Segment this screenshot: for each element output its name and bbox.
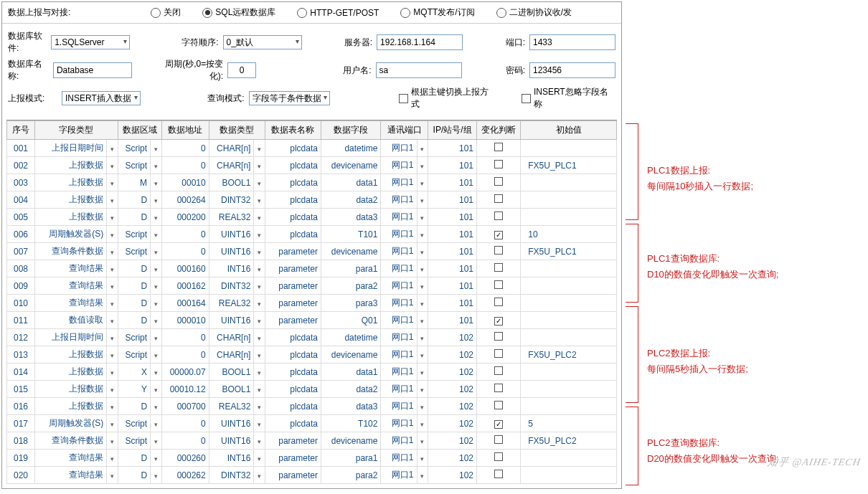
dropdown-icon[interactable]: ▾ [107, 260, 118, 277]
cell-table[interactable]: parameter [265, 484, 321, 485]
cell-port[interactable]: 网口1 [381, 346, 417, 364]
dropdown-icon[interactable]: ▾ [151, 484, 162, 485]
cell-table[interactable]: plcdata [265, 209, 321, 226]
cell-field[interactable]: data2 [321, 191, 381, 209]
cell-port[interactable]: 网口1 [381, 191, 417, 209]
cell-table[interactable]: parameter [265, 277, 321, 295]
cell-dtype[interactable]: DINT32 [209, 467, 254, 484]
dropdown-icon[interactable]: ▾ [107, 312, 118, 329]
cell-ip[interactable]: 101 [428, 243, 477, 260]
dropdown-icon[interactable]: ▾ [151, 157, 162, 174]
dropdown-icon[interactable]: ▾ [254, 157, 265, 174]
cell-port[interactable]: 网口1 [381, 312, 417, 329]
cell-chg[interactable] [477, 140, 521, 157]
cell-ftype[interactable]: 查询条件数据 [34, 432, 106, 450]
cell-area[interactable]: D [118, 191, 150, 209]
dropdown-icon[interactable]: ▾ [417, 467, 428, 484]
cell-addr[interactable]: 000700 [161, 398, 209, 415]
chk-pk-switch[interactable]: 根据主键切换上报方式 [399, 86, 496, 110]
cell-port[interactable]: 网口1 [381, 295, 417, 312]
cell-area[interactable]: D [118, 277, 150, 295]
cell-area[interactable]: Script [118, 157, 150, 174]
cell-field[interactable]: devicename [321, 243, 381, 260]
server-input[interactable] [377, 34, 463, 50]
dropdown-icon[interactable]: ▾ [417, 260, 428, 277]
cell-chg[interactable] [477, 209, 521, 226]
cell-ftype[interactable]: 上报数据 [34, 174, 106, 191]
cell-port[interactable]: 网口1 [381, 398, 417, 415]
dropdown-icon[interactable]: ▾ [417, 243, 428, 260]
dropdown-icon[interactable]: ▾ [107, 157, 118, 174]
dropdown-icon[interactable]: ▾ [151, 277, 162, 295]
cell-addr[interactable]: 0 [161, 432, 209, 450]
cell-init[interactable] [521, 364, 617, 381]
cell-dtype[interactable]: REAL32 [209, 295, 254, 312]
cell-port[interactable]: 网口1 [381, 364, 417, 381]
cell-ftype[interactable]: 上报数据 [34, 191, 106, 209]
dropdown-icon[interactable]: ▾ [151, 415, 162, 432]
cell-addr[interactable]: 00010.12 [161, 381, 209, 398]
char-order-select[interactable] [223, 35, 302, 49]
cell-chg[interactable] [477, 484, 521, 485]
user-input[interactable] [376, 62, 462, 78]
dropdown-icon[interactable]: ▾ [151, 191, 162, 209]
dropdown-icon[interactable]: ▾ [107, 226, 118, 243]
dropdown-icon[interactable]: ▾ [151, 467, 162, 484]
cell-ip[interactable]: 101 [428, 209, 477, 226]
cell-dtype[interactable]: CHAR[n] [209, 346, 254, 364]
cell-table[interactable]: parameter [265, 295, 321, 312]
cell-addr[interactable]: 00010 [161, 174, 209, 191]
cell-field[interactable]: devicename [321, 157, 381, 174]
dropdown-icon[interactable]: ▾ [151, 140, 162, 157]
cell-table[interactable]: parameter [265, 260, 321, 277]
cell-ip[interactable]: 102 [428, 329, 477, 346]
cell-area[interactable]: D [118, 467, 150, 484]
cell-ip[interactable]: 101 [428, 191, 477, 209]
cell-addr[interactable]: 00000.07 [161, 364, 209, 381]
cell-dtype[interactable]: BOOL1 [209, 364, 254, 381]
cell-port[interactable]: 网口1 [381, 484, 417, 485]
cell-port[interactable]: 网口1 [381, 157, 417, 174]
cell-addr[interactable]: 0 [161, 140, 209, 157]
dropdown-icon[interactable]: ▾ [254, 346, 265, 364]
cell-port[interactable]: 网口1 [381, 260, 417, 277]
cell-ip[interactable]: 102 [428, 346, 477, 364]
cell-init[interactable] [521, 312, 617, 329]
cell-ip[interactable]: 101 [428, 157, 477, 174]
dropdown-icon[interactable]: ▾ [107, 140, 118, 157]
cell-dtype[interactable]: UINT16 [209, 312, 254, 329]
table-row[interactable]: 004上报数据▾D▾000264DINT32▾plcdatadata2网口1▾1… [7, 191, 617, 209]
cell-init[interactable] [521, 174, 617, 191]
cell-chg[interactable] [477, 174, 521, 191]
cell-port[interactable]: 网口1 [381, 415, 417, 432]
cell-ftype[interactable]: 上报日期时间 [34, 140, 106, 157]
chk-insert-ignore[interactable]: INSERT忽略字段名称 [522, 86, 615, 110]
dropdown-icon[interactable]: ▾ [151, 209, 162, 226]
dropdown-icon[interactable]: ▾ [254, 398, 265, 415]
cell-field[interactable]: data1 [321, 364, 381, 381]
cell-ip[interactable]: 101 [428, 312, 477, 329]
cell-area[interactable]: D [118, 209, 150, 226]
cell-ftype[interactable]: 查询条件数据 [34, 243, 106, 260]
cell-init[interactable] [521, 329, 617, 346]
cell-table[interactable]: parameter [265, 450, 321, 467]
dropdown-icon[interactable]: ▾ [151, 312, 162, 329]
cell-chg[interactable] [477, 432, 521, 450]
cell-ftype[interactable]: 查询结果 [34, 467, 106, 484]
cell-table[interactable]: parameter [265, 432, 321, 450]
cell-field[interactable]: para3 [321, 295, 381, 312]
cell-ip[interactable]: 101 [428, 260, 477, 277]
cell-init[interactable] [521, 260, 617, 277]
cell-table[interactable]: plcdata [265, 226, 321, 243]
cell-init[interactable] [521, 209, 617, 226]
cell-ftype[interactable]: 上报数据 [34, 381, 106, 398]
dropdown-icon[interactable]: ▾ [254, 381, 265, 398]
cell-area[interactable]: D [118, 312, 150, 329]
dropdown-icon[interactable]: ▾ [254, 450, 265, 467]
cell-port[interactable]: 网口1 [381, 243, 417, 260]
query-mode-select[interactable] [249, 91, 330, 105]
cell-area[interactable]: M [118, 174, 150, 191]
cell-field[interactable]: para2 [321, 277, 381, 295]
cell-init[interactable] [521, 467, 617, 484]
dropdown-icon[interactable]: ▾ [417, 295, 428, 312]
